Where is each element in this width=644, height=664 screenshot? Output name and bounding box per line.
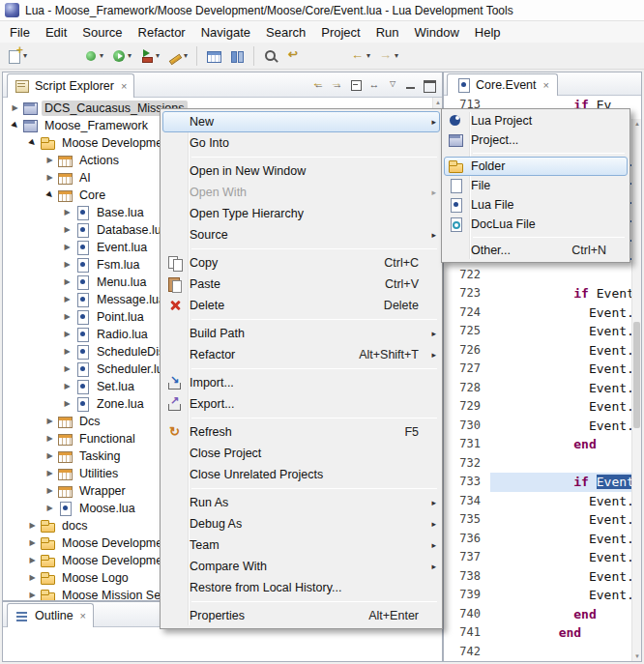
context-menu-item-copy[interactable]: CopyCtrl+C (162, 252, 440, 274)
menubar-item-refactor[interactable]: Refactor (131, 22, 193, 43)
menubar-item-search[interactable]: Search (258, 22, 313, 43)
tab-script-explorer[interactable]: Script Explorer × (7, 73, 134, 98)
toolbar-button-run[interactable]: ▾ (108, 44, 134, 68)
context-menu-item-close-unrelated-projects[interactable]: Close Unrelated Projects (162, 464, 440, 485)
context-menu-item-debug-as[interactable]: Debug As▸ (162, 513, 440, 534)
new-submenu-item-lua-file[interactable]: Lua File (444, 195, 628, 215)
expand-arrow-icon[interactable]: ▶ (25, 587, 40, 600)
expand-arrow-icon[interactable]: ▶ (60, 221, 74, 239)
expand-arrow-icon[interactable]: ▶ (60, 326, 74, 343)
link-with-editor-icon[interactable]: ↔ (366, 76, 383, 93)
expand-arrow-icon[interactable]: ▶ (60, 395, 74, 413)
expand-arrow-icon[interactable]: ▶ (43, 465, 57, 482)
context-menu-item-open-in-new-window[interactable]: Open in New Window (162, 160, 440, 182)
close-icon[interactable]: × (80, 611, 86, 621)
expand-arrow-icon[interactable]: ▶ (25, 534, 40, 552)
tab-core-event[interactable]: Core.Event × (447, 73, 558, 96)
menubar-item-window[interactable]: Window (407, 22, 467, 43)
back-icon[interactable]: ← (310, 76, 328, 93)
new-submenu-item-project[interactable]: Project... (444, 130, 628, 150)
scroll-up-icon[interactable]: ▲ (632, 119, 641, 129)
expand-arrow-icon[interactable]: ▶ (60, 308, 74, 326)
expand-arrow-icon[interactable]: ▶ (43, 152, 57, 169)
new-submenu-item-folder[interactable]: Folder (444, 157, 628, 176)
menubar-item-file[interactable]: File (2, 22, 38, 43)
menubar-item-run[interactable]: Run (368, 22, 407, 43)
editor-scrollbar[interactable]: ▲ ▼ (631, 119, 641, 661)
context-menu-item-delete[interactable]: DeleteDelete (162, 295, 440, 316)
expand-arrow-icon[interactable]: ▶ (60, 378, 74, 395)
toolbar-button-new-wizard[interactable]: ▾ (4, 44, 30, 68)
toolbar-button-columns[interactable] (226, 44, 248, 68)
folder-icon (40, 553, 55, 568)
toolbar-button-back[interactable]: ▾ (347, 44, 373, 68)
expand-arrow-icon[interactable]: ▶ (60, 274, 74, 291)
expand-arrow-icon[interactable]: ▶ (60, 361, 74, 378)
toolbar-button-debug[interactable]: ▾ (80, 44, 106, 68)
expand-arrow-icon[interactable]: ▶ (60, 256, 74, 274)
expand-arrow-icon[interactable]: ▶ (43, 447, 57, 465)
dropdown-caret-icon[interactable]: ▾ (395, 51, 398, 60)
dropdown-caret-icon[interactable]: ▾ (184, 51, 188, 60)
context-menu-item-export[interactable]: Export... (162, 393, 440, 415)
line-number: 728 (444, 379, 490, 398)
view-menu-icon[interactable]: ▽ (384, 76, 401, 93)
maximize-icon[interactable] (421, 76, 438, 93)
scroll-down-icon[interactable]: ▼ (632, 651, 641, 661)
expand-arrow-icon[interactable]: ▶ (43, 482, 57, 500)
context-menu-item-compare-with[interactable]: Compare With▸ (162, 556, 440, 577)
forward-icon[interactable]: → (329, 76, 346, 93)
menubar-item-navigate[interactable]: Navigate (193, 22, 258, 43)
context-menu-item-refresh[interactable]: RefreshF5 (162, 421, 440, 443)
expand-arrow-icon[interactable]: ▶ (25, 552, 40, 569)
toolbar-button-table[interactable] (203, 44, 224, 68)
context-menu-item-close-project[interactable]: Close Project (162, 443, 440, 464)
context-menu-item-new[interactable]: New▸ (162, 111, 440, 132)
expand-arrow-icon[interactable]: ▶ (60, 204, 74, 221)
close-icon[interactable]: × (121, 81, 127, 91)
minimize-icon[interactable] (402, 76, 420, 93)
toolbar-button-search[interactable] (260, 44, 281, 68)
context-menu-item-team[interactable]: Team▸ (162, 534, 440, 556)
scrollbar-thumb[interactable] (633, 322, 640, 428)
context-menu-item-properties[interactable]: PropertiesAlt+Enter (162, 605, 440, 626)
menubar-item-project[interactable]: Project (313, 22, 367, 43)
menubar-item-help[interactable]: Help (467, 22, 509, 43)
context-menu-item-run-as[interactable]: Run As▸ (162, 492, 440, 513)
dropdown-caret-icon[interactable]: ▾ (100, 51, 103, 60)
menubar-item-edit[interactable]: Edit (38, 22, 74, 43)
new-submenu-item-doclua-file[interactable]: DocLua File (444, 215, 628, 234)
new-submenu-item-file[interactable]: File (444, 176, 628, 195)
close-icon[interactable]: × (543, 80, 549, 90)
expand-arrow-icon[interactable]: ▶ (60, 343, 74, 361)
context-menu-item-build-path[interactable]: Build Path▸ (162, 323, 440, 344)
expand-arrow-icon[interactable]: ▶ (25, 517, 40, 534)
expand-arrow-icon[interactable]: ▶ (43, 413, 57, 430)
context-menu-item-source[interactable]: Source▸ (162, 224, 440, 245)
new-submenu-item-other[interactable]: Other...Ctrl+N (444, 241, 628, 260)
toolbar-button-last-edit-location[interactable] (283, 44, 305, 68)
dropdown-caret-icon[interactable]: ▾ (366, 51, 370, 60)
context-menu-item-import[interactable]: Import... (162, 372, 440, 393)
expand-arrow-icon[interactable]: ▶ (43, 500, 57, 517)
toolbar-button-external-tools[interactable]: ▾ (136, 44, 162, 68)
toolbar-button-forward[interactable]: ▾ (375, 44, 401, 68)
collapse-all-icon[interactable] (347, 76, 365, 93)
context-menu-item-paste[interactable]: PasteCtrl+V (162, 274, 440, 295)
dropdown-caret-icon[interactable]: ▾ (128, 51, 132, 60)
tab-outline[interactable]: Outline × (7, 603, 94, 627)
expand-arrow-icon[interactable]: ▶ (60, 239, 74, 256)
dropdown-caret-icon[interactable]: ▾ (23, 51, 27, 60)
context-menu-item-restore-from-local-history[interactable]: Restore from Local History... (162, 577, 440, 598)
expand-arrow-icon[interactable]: ▶ (60, 291, 74, 308)
dropdown-caret-icon[interactable]: ▾ (156, 51, 160, 60)
scroll-up-icon[interactable]: ▲ (433, 98, 443, 107)
expand-arrow-icon[interactable]: ▶ (43, 430, 57, 447)
context-menu-item-refactor[interactable]: RefactorAlt+Shift+T▸ (162, 344, 440, 365)
context-menu-item-open-type-hierarchy[interactable]: Open Type Hierarchy (162, 203, 440, 224)
menubar-item-source[interactable]: Source (74, 22, 130, 43)
context-menu-item-go-into[interactable]: Go Into (162, 132, 440, 154)
expand-arrow-icon[interactable]: ▶ (25, 569, 40, 587)
new-submenu-item-lua-project[interactable]: Lua Project (444, 111, 628, 130)
toolbar-button-annotation[interactable]: ▾ (164, 44, 190, 68)
